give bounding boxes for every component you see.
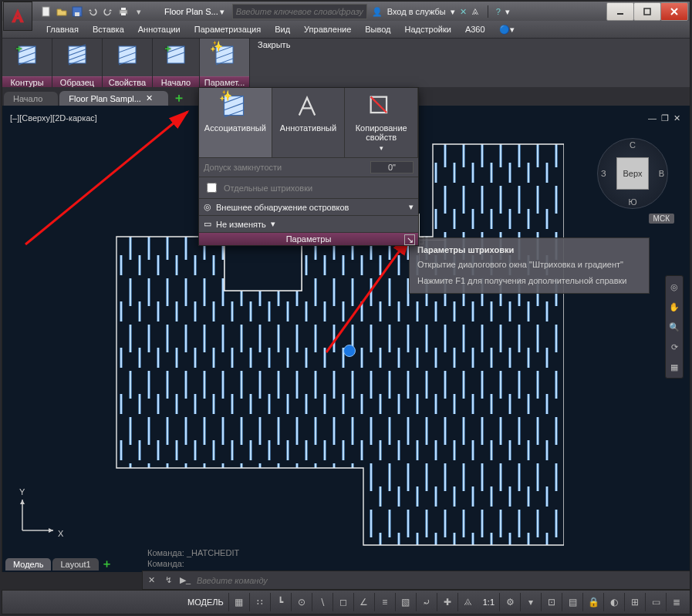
mdi-restore-icon[interactable]: ❐ — [661, 113, 669, 123]
menu-output[interactable]: Вывод — [358, 21, 397, 38]
status-scale[interactable]: 1:1 — [478, 597, 499, 607]
ribbon-btn-pattern[interactable] — [52, 40, 102, 68]
viewcube[interactable]: С Ю З В Верх — [597, 138, 668, 209]
customize-icon[interactable]: ≣ — [666, 593, 687, 611]
selection-grip[interactable] — [343, 345, 356, 357]
exchange-icon[interactable]: ✕ — [460, 7, 467, 17]
svg-rect-7 — [644, 8, 650, 15]
menu-parametric[interactable]: Параметризация — [187, 21, 268, 38]
otrack-icon[interactable]: ∠ — [353, 593, 374, 611]
panel-btn-associative[interactable]: ✨ Ассоциативный — [199, 88, 272, 157]
polar-icon[interactable]: ⊙ — [291, 593, 312, 611]
panel-btn-match[interactable]: Копирование свойств ▾ — [345, 88, 418, 157]
maximize-button[interactable] — [633, 2, 661, 21]
add-layout-button[interactable]: ＋ — [100, 557, 114, 571]
quickprops-icon[interactable]: ▤ — [562, 593, 582, 611]
tooltip: Параметры штриховки Открытие диалогового… — [409, 237, 650, 294]
cleanscreen-icon[interactable]: ▭ — [645, 593, 666, 611]
island-icon: ◎ — [204, 202, 211, 212]
mdi-minimize-icon[interactable]: — — [648, 113, 657, 123]
signin-icon[interactable]: 👤 — [372, 7, 383, 17]
redo-icon[interactable] — [101, 5, 115, 19]
grid-icon[interactable]: ▦ — [228, 593, 249, 611]
ortho-icon[interactable]: ┗ — [270, 593, 291, 611]
ucs-badge[interactable]: МСК — [649, 214, 674, 224]
separate-hatches-label: Отдельные штриховки — [224, 183, 312, 193]
menu-annotate[interactable]: Аннотации — [131, 21, 187, 38]
close-button[interactable] — [660, 2, 688, 21]
draworder-dropdown[interactable]: ▭ Не изменять ▾ — [199, 216, 418, 233]
workspace-icon[interactable]: ▾ — [520, 593, 541, 611]
add-tab-button[interactable]: ＋ — [171, 90, 187, 106]
tab-model[interactable]: Модель — [5, 558, 51, 571]
dialog-launcher-icon[interactable]: ↘ — [404, 234, 415, 245]
nav-wheel-icon[interactable]: ◎ — [668, 281, 680, 293]
osnap-icon[interactable]: ◻ — [332, 593, 353, 611]
menu-featured-icon[interactable]: 🔵▾ — [492, 21, 522, 38]
cmd-close-icon[interactable]: ✕ — [143, 571, 160, 589]
lock-ui-icon[interactable]: 🔒 — [582, 593, 603, 611]
menu-a360[interactable]: A360 — [458, 21, 492, 38]
lineweight-icon[interactable]: ≡ — [374, 593, 395, 611]
signin-button[interactable]: Вход в службы — [387, 7, 446, 16]
help-icon[interactable]: ? — [496, 7, 501, 16]
ribbon-btn-boundaries[interactable]: ＋ — [2, 40, 52, 68]
ribbon-btn-origin[interactable]: ＋ — [151, 40, 201, 68]
transparency-icon[interactable]: ▧ — [395, 593, 416, 611]
layout-tabs: Модель Layout1 ＋ — [5, 554, 114, 571]
units-icon[interactable]: ⊡ — [541, 593, 562, 611]
qat-dropdown-icon[interactable]: ▾ — [132, 5, 146, 19]
ribbon-btn-properties[interactable] — [103, 40, 152, 68]
gear-icon[interactable]: ⚙ — [499, 593, 520, 611]
app-logo[interactable] — [3, 2, 32, 31]
ribbon-btn-options[interactable]: ✨ — [200, 40, 249, 68]
selection-cycling-icon[interactable]: ⤾ — [416, 593, 437, 611]
command-bar: ✕ ↯ ▶_ — [142, 571, 690, 590]
nav-showmotion-icon[interactable]: ▦ — [668, 361, 680, 373]
nav-orbit-icon[interactable]: ⟳ — [668, 341, 680, 353]
viewport-label[interactable]: [–][Сверху][2D-каркас] — [10, 113, 97, 123]
command-input[interactable] — [194, 575, 690, 586]
status-bar: МОДЕЛЬ ▦ ∷ ┗ ⊙ ∖ ◻ ∠ ≡ ▧ ⤾ ✚ ⩓ 1:1 ⚙ ▾ ⊡… — [2, 590, 690, 614]
options-dropdown-panel: ✨ Ассоциативный Аннотативный Копирование… — [198, 87, 419, 246]
menu-manage[interactable]: Управление — [297, 21, 358, 38]
open-icon[interactable] — [55, 5, 69, 19]
svg-line-45 — [371, 97, 387, 113]
menu-view[interactable]: Вид — [268, 21, 297, 38]
isodraft-icon[interactable]: ∖ — [312, 593, 332, 611]
nav-pan-icon[interactable]: ✋ — [668, 301, 680, 313]
gap-tolerance-input[interactable] — [370, 161, 414, 173]
nav-zoom-icon[interactable]: 🔍 — [668, 321, 680, 333]
print-icon[interactable] — [116, 5, 130, 19]
minimize-button[interactable] — [606, 2, 634, 21]
menu-home[interactable]: Главная — [39, 21, 86, 38]
panel-footer[interactable]: Параметры ↘ — [199, 233, 418, 245]
snap-icon[interactable]: ∷ — [249, 593, 270, 611]
search-input[interactable] — [232, 4, 367, 19]
undo-icon[interactable] — [86, 5, 100, 19]
status-modelspace[interactable]: МОДЕЛЬ — [183, 597, 228, 607]
new-icon[interactable] — [39, 5, 53, 19]
isolate-icon[interactable]: ◐ — [603, 593, 624, 611]
annoscale-icon[interactable]: ⩓ — [457, 593, 478, 611]
close-icon[interactable]: ✕ — [146, 93, 153, 103]
save-icon[interactable] — [70, 5, 84, 19]
tab-floorplan[interactable]: Floor Plan Sampl...✕ — [59, 91, 168, 106]
panel-btn-annotative[interactable]: Аннотативный — [272, 88, 346, 157]
share-icon[interactable]: ⩓ — [471, 7, 480, 16]
tab-layout1[interactable]: Layout1 — [52, 558, 98, 571]
cmd-recent-icon[interactable]: ↯ — [160, 571, 177, 589]
viewcube-face-top[interactable]: Верх — [616, 157, 649, 190]
svg-rect-5 — [121, 13, 126, 15]
menu-addins[interactable]: Надстройки — [398, 21, 458, 38]
menu-bar: Главная Вставка Аннотации Параметризация… — [2, 21, 690, 38]
tab-start[interactable]: Начало — [4, 92, 58, 106]
mdi-close-icon[interactable]: ✕ — [673, 113, 680, 123]
hardware-accel-icon[interactable]: ⊞ — [624, 593, 645, 611]
island-detection-dropdown[interactable]: ◎ Внешнее обнаружение островков ▾ — [199, 199, 418, 216]
ribbon-btn-close[interactable]: Закрыть — [250, 39, 298, 88]
separate-hatches-checkbox[interactable] — [207, 183, 217, 193]
menu-insert[interactable]: Вставка — [86, 21, 131, 38]
draworder-icon: ▭ — [204, 219, 211, 229]
annotation-monitor-icon[interactable]: ✚ — [437, 593, 457, 611]
